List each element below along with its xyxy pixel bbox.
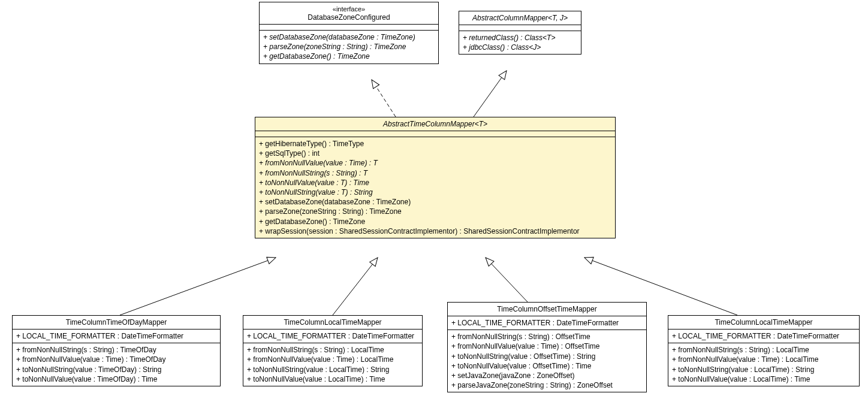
class-title: AbstractTimeColumnMapper<T> — [259, 120, 611, 128]
method: + getSqlType() : int — [259, 149, 611, 158]
method: + toNonNullValue(value : TimeOfDay) : Ti… — [16, 374, 216, 384]
class-title: TimeColumnOffsetTimeMapper — [451, 305, 643, 313]
svg-line-1 — [474, 71, 507, 117]
class-timecolumnoffsettimemapper: TimeColumnOffsetTimeMapper + LOCAL_TIME_… — [447, 302, 647, 392]
class-abstracttimecolumnmapper: AbstractTimeColumnMapper<T> + getHiberna… — [255, 117, 616, 238]
method: + toNonNullValue(value : OffsetTime) : T… — [451, 361, 643, 371]
method: + fromNonNullString(s : String) : Offset… — [451, 332, 643, 341]
class-timecolumnlocaltimemapper-1: TimeColumnLocalTimeMapper + LOCAL_TIME_F… — [243, 315, 423, 386]
method: + fromNonNullString(s : String) : LocalT… — [672, 345, 855, 355]
method: + fromNonNullValue(value : Time) : T — [259, 158, 611, 168]
class-title: AbstractColumnMapper<T, J> — [463, 14, 577, 22]
class-title: TimeColumnLocalTimeMapper — [247, 318, 418, 327]
class-timecolumntimeofdaymapper: TimeColumnTimeOfDayMapper + LOCAL_TIME_F… — [12, 315, 221, 386]
method: + setJavaZone(javaZone : ZoneOffset) — [451, 371, 643, 380]
methods-section: + getHibernateType() : TimeType+ getSqlT… — [255, 137, 615, 238]
attribute: + LOCAL_TIME_FORMATTER : DateTimeFormatt… — [16, 331, 216, 341]
method: + fromNonNullValue(value : Time) : Offse… — [451, 341, 643, 351]
method: + getHibernateType() : TimeType — [259, 139, 611, 149]
method: + fromNonNullString(s : String) : LocalT… — [247, 345, 418, 355]
method: + fromNonNullValue(value : Time) : TimeO… — [16, 355, 216, 364]
method: + getDatabaseZone() : TimeZone — [259, 217, 611, 226]
method: + jdbcClass() : Class<J> — [463, 43, 577, 52]
method: + toNonNullValue(value : T) : Time — [259, 178, 611, 188]
class-timecolumnlocaltimemapper-2: TimeColumnLocalTimeMapper + LOCAL_TIME_F… — [668, 315, 860, 386]
method: + toNonNullValue(value : LocalTime) : Ti… — [672, 374, 855, 384]
svg-line-4 — [486, 258, 528, 302]
method: + fromNonNullString(s : String) : TimeOf… — [16, 345, 216, 355]
stereotype: «interface» — [333, 5, 365, 13]
method: + parseZone(zoneString : String) : TimeZ… — [259, 207, 611, 216]
svg-line-2 — [120, 258, 276, 315]
class-abstractcolumnmapper: AbstractColumnMapper<T, J> + returnedCla… — [459, 11, 581, 55]
method: + fromNonNullValue(value : Time) : Local… — [247, 355, 418, 364]
method: + setDatabaseZone(databaseZone : TimeZon… — [263, 32, 435, 42]
attribute: + LOCAL_TIME_FORMATTER : DateTimeFormatt… — [247, 331, 418, 341]
method: + parseZone(zoneString : String) : TimeZ… — [263, 42, 435, 52]
method: + setDatabaseZone(databaseZone : TimeZon… — [259, 197, 611, 207]
method: + wrapSession(session : SharedSessionCon… — [259, 226, 611, 236]
class-title: TimeColumnTimeOfDayMapper — [16, 318, 216, 327]
svg-line-0 — [372, 80, 396, 117]
method: + toNonNullValue(value : LocalTime) : Ti… — [247, 374, 418, 384]
class-databasezoneconfigured: «interface» DatabaseZoneConfigured + set… — [259, 2, 439, 64]
method: + toNonNullString(value : OffsetTime) : … — [451, 352, 643, 361]
attribute: + LOCAL_TIME_FORMATTER : DateTimeFormatt… — [672, 331, 855, 341]
method: + toNonNullString(value : LocalTime) : S… — [672, 365, 855, 374]
attribute: + LOCAL_TIME_FORMATTER : DateTimeFormatt… — [451, 318, 643, 328]
method: + fromNonNullValue(value : Time) : Local… — [672, 355, 855, 364]
method: + returnedClass() : Class<T> — [463, 33, 577, 43]
class-title: DatabaseZoneConfigured — [263, 13, 435, 22]
class-title: TimeColumnLocalTimeMapper — [672, 318, 855, 327]
method: + parseJavaZone(zoneString : String) : Z… — [451, 380, 643, 390]
method: + getDatabaseZone() : TimeZone — [263, 52, 435, 61]
method: + toNonNullString(value : T) : String — [259, 188, 611, 197]
method: + toNonNullString(value : TimeOfDay) : S… — [16, 365, 216, 374]
method: + fromNonNullString(s : String) : T — [259, 168, 611, 178]
svg-line-3 — [333, 258, 378, 315]
method: + toNonNullString(value : LocalTime) : S… — [247, 365, 418, 374]
